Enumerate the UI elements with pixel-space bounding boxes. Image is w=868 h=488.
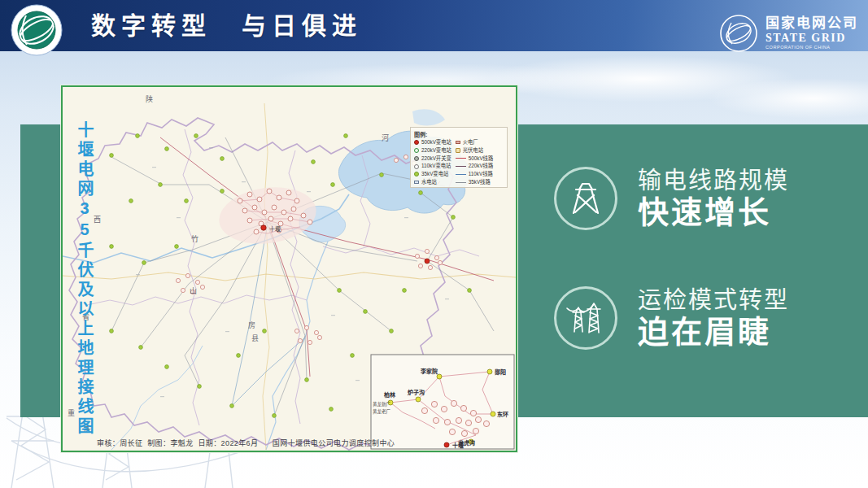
state-grid-brand-right: 国家电网公司 STATE GRID CORPORATION OF CHINA bbox=[719, 14, 858, 53]
point-line2: 迫在眉睫 bbox=[638, 315, 789, 350]
cloud-decoration bbox=[708, 78, 868, 119]
header-bar: 数字转型 与日俱进 国家电网公司 STATE GRID CORPORATION … bbox=[0, 0, 868, 51]
legend-label: 500kV变电站 bbox=[421, 140, 451, 145]
green-ring-icon bbox=[414, 148, 419, 153]
brand-name-sub: CORPORATION OF CHINA bbox=[765, 46, 858, 50]
legend-label: 光伏电站 bbox=[463, 148, 483, 153]
map-caption: 审核：周长征 制图：李魁龙 日期：2022年6月 国网十堰供电公司电力调度控制中… bbox=[97, 438, 395, 448]
point-row-maintenance-transform: 运检模式转型 迫在眉睫 bbox=[554, 286, 789, 350]
map-region-label: 县 bbox=[251, 334, 259, 342]
legend-label: 火电厂 bbox=[463, 140, 478, 145]
map-region-label: 山 bbox=[190, 287, 197, 295]
map-inset: 李家院 郧阳 柏林 炉子沟 东环 龙虎沟 十堰 黄龙新厂 黄龙老厂 bbox=[371, 355, 514, 449]
map-region-label: 河 bbox=[382, 133, 389, 142]
point-line1: 输电线路规模 bbox=[638, 167, 789, 195]
line-220kv-icon bbox=[456, 166, 466, 167]
state-grid-logo-left bbox=[10, 3, 63, 57]
cloud-decoration bbox=[488, 55, 797, 102]
hydro-square-icon bbox=[414, 181, 419, 185]
map-region-label: 竹 bbox=[191, 234, 198, 243]
map-legend: 图例: 500kV变电站 220kV变电站 220kV开关变 110kV变电站 … bbox=[410, 127, 508, 188]
slide: 数字转型 与日俱进 国家电网公司 STATE GRID CORPORATION … bbox=[0, 0, 868, 488]
red-dot-icon bbox=[414, 140, 419, 145]
legend-label: 35kV线路 bbox=[469, 180, 491, 185]
pv-square-icon bbox=[456, 148, 460, 153]
yellowgreen-dot-icon bbox=[414, 172, 419, 176]
legend-label: 220kV线路 bbox=[469, 163, 493, 168]
grid-map-card: 十堰 陕 西 省 河 竹 山 房 县 重 庆 bbox=[61, 85, 517, 452]
line-110kv-icon bbox=[456, 174, 466, 175]
line-35kv-icon bbox=[456, 182, 466, 183]
inset-label: 炉子沟 bbox=[408, 389, 425, 396]
point-line1: 运检模式转型 bbox=[638, 286, 789, 315]
legend-label: 110kV变电站 bbox=[421, 163, 451, 168]
thermal-square-icon bbox=[456, 141, 460, 145]
inset-label: 李家院 bbox=[420, 368, 438, 375]
point-line2: 快速增长 bbox=[638, 195, 789, 230]
legend-title: 图例: bbox=[414, 130, 504, 138]
legend-label: 水电站 bbox=[421, 180, 437, 185]
legend-label: 220kV开关变 bbox=[421, 156, 451, 161]
state-grid-logo-right bbox=[719, 14, 758, 53]
dark-ring-icon bbox=[414, 156, 419, 161]
legend-label: 220kV变电站 bbox=[421, 148, 451, 153]
map-city-label: 十堰 bbox=[269, 225, 281, 233]
legend-label: 35kV变电站 bbox=[421, 172, 448, 176]
brand-name-cn: 国家电网公司 bbox=[765, 16, 858, 31]
transmission-tower-icon bbox=[554, 167, 617, 230]
map-region-label: 陕 bbox=[146, 94, 153, 103]
inset-label: 东环 bbox=[497, 411, 508, 418]
map-vertical-title: 十堰电网35千伏及以上地理接线图 bbox=[73, 121, 97, 437]
open-circle-icon bbox=[414, 164, 419, 169]
legend-label: 500kV线路 bbox=[469, 156, 493, 161]
inset-plant-label: 黄龙新厂 bbox=[373, 401, 391, 407]
inset-label: 柏林 bbox=[384, 391, 396, 399]
map-region-label: 房 bbox=[248, 320, 255, 329]
line-500kv-icon bbox=[456, 158, 466, 159]
brand-name-en: STATE GRID bbox=[765, 33, 858, 45]
inset-station-label: 十堰 bbox=[452, 442, 464, 449]
point-row-transmission-growth: 输电线路规模 快速增长 bbox=[554, 167, 789, 230]
legend-label: 110kV线路 bbox=[469, 172, 493, 176]
inset-plant-label: 黄龙老厂 bbox=[373, 408, 391, 415]
slide-title: 数字转型 与日俱进 bbox=[91, 0, 362, 51]
inset-label: 郧阳 bbox=[495, 368, 506, 376]
transmission-line-towers-icon bbox=[554, 286, 617, 350]
